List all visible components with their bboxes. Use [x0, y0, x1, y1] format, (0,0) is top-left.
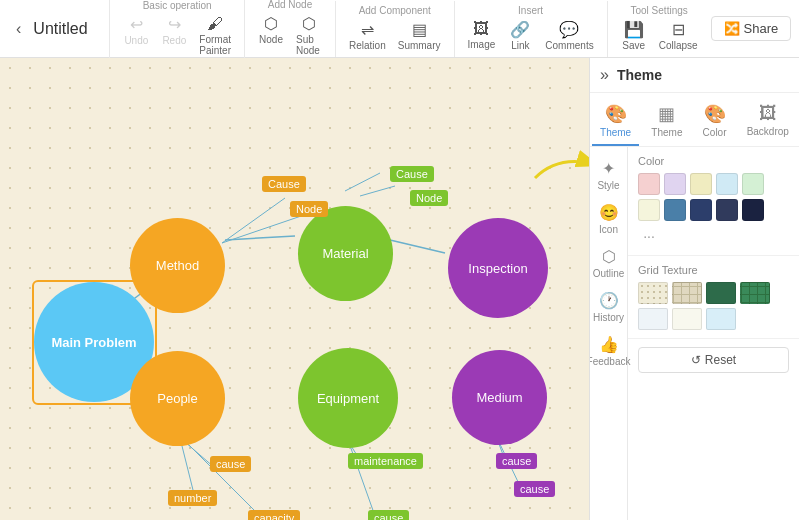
icon-button[interactable]: 😊 Icon — [590, 199, 627, 239]
people-node[interactable]: People — [130, 351, 225, 446]
texture-6[interactable] — [672, 308, 702, 330]
cause1-label[interactable]: Cause — [262, 176, 306, 192]
group-label-insert: Insert — [518, 5, 543, 16]
theme-tab-icon: ▦ — [658, 103, 675, 125]
comments-button[interactable]: 💬 Comments — [540, 18, 598, 53]
cause6-label[interactable]: cause — [514, 481, 555, 497]
color-swatch-3[interactable] — [690, 173, 712, 195]
svg-line-12 — [348, 440, 375, 516]
tab-backdrop[interactable]: 🖼 Backdrop — [739, 99, 797, 146]
texture-1[interactable] — [638, 282, 668, 304]
style-button[interactable]: ✦ Style — [590, 155, 627, 195]
tab-color[interactable]: 🎨 Color — [695, 99, 735, 146]
redo-button[interactable]: ↪ Redo — [156, 13, 192, 58]
svg-line-7 — [360, 186, 395, 196]
share-label: Share — [744, 21, 779, 36]
outline-label: Outline — [593, 268, 625, 279]
medium-label: Medium — [476, 390, 522, 405]
color-swatch-9[interactable] — [716, 199, 738, 221]
image-button[interactable]: 🖼 Image — [463, 18, 501, 53]
sidebar-inner: ✦ Style 😊 Icon ⬡ Outline 🕐 History 👍 — [590, 147, 799, 520]
relation-icon: ⇌ — [361, 20, 374, 39]
toolbar-group-insert: Insert 🖼 Image 🔗 Link 💬 Comments — [454, 1, 607, 57]
reset-label: Reset — [705, 353, 736, 367]
insert-buttons: 🖼 Image 🔗 Link 💬 Comments — [463, 18, 599, 53]
tab-theme[interactable]: ▦ Theme — [643, 99, 690, 146]
link-icon: 🔗 — [510, 20, 530, 39]
number-label[interactable]: number — [168, 490, 217, 506]
theme-arrow — [530, 148, 589, 188]
toolbar: ‹ Untitled Basic operation ↩ Undo ↪ Redo… — [0, 0, 799, 58]
color-more-button[interactable]: ··· — [638, 225, 660, 247]
icon-icon: 😊 — [599, 203, 619, 222]
share-button[interactable]: 🔀 Share — [711, 16, 792, 41]
canvas[interactable]: Main Problem Method Material Inspection … — [0, 58, 589, 520]
redo-icon: ↪ — [168, 15, 181, 34]
color-swatch-8[interactable] — [690, 199, 712, 221]
texture-5[interactable] — [638, 308, 668, 330]
cause3-label[interactable]: cause — [210, 456, 251, 472]
back-button[interactable]: ‹ — [8, 20, 29, 38]
capacity-label[interactable]: capacity — [248, 510, 300, 520]
color-swatch-5[interactable] — [742, 173, 764, 195]
relation-button[interactable]: ⇌ Relation — [344, 18, 391, 53]
people-label: People — [157, 391, 197, 406]
toolbar-group-add-node: Add Node ⬡ Node ⬡ Sub Node — [244, 0, 335, 62]
node-button[interactable]: ⬡ Node — [253, 12, 289, 58]
material-node[interactable]: Material — [298, 206, 393, 301]
color-swatch-2[interactable] — [664, 173, 686, 195]
method-node[interactable]: Method — [130, 218, 225, 313]
color-tab-icon: 🎨 — [704, 103, 726, 125]
format-painter-button[interactable]: 🖌 Format Painter — [194, 13, 236, 58]
maintenance-label[interactable]: maintenance — [348, 453, 423, 469]
svg-line-9 — [180, 438, 195, 498]
inspection-label: Inspection — [468, 261, 527, 276]
summary-button[interactable]: ▤ Summary — [393, 18, 446, 53]
toolbar-group-tool-settings: Tool Settings 💾 Save ⊟ Collapse — [607, 1, 711, 57]
color-swatch-4[interactable] — [716, 173, 738, 195]
node-icon: ⬡ — [264, 14, 278, 33]
style-icon: ✦ — [602, 159, 615, 178]
equipment-node[interactable]: Equipment — [298, 348, 398, 448]
undo-button[interactable]: ↩ Undo — [118, 13, 154, 58]
material-label: Material — [322, 246, 368, 261]
collapse-icon: ⊟ — [672, 20, 685, 39]
node2-label[interactable]: Node — [410, 190, 448, 206]
style-label: Style — [597, 180, 619, 191]
color-swatch-1[interactable] — [638, 173, 660, 195]
cause4-label[interactable]: cause — [368, 510, 409, 520]
cause5-label[interactable]: cause — [496, 453, 537, 469]
main-problem-label: Main Problem — [51, 335, 136, 350]
texture-3[interactable] — [706, 282, 736, 304]
summary-icon: ▤ — [412, 20, 427, 39]
collapse-button[interactable]: ⊟ Collapse — [654, 18, 703, 53]
equipment-label: Equipment — [317, 391, 379, 406]
color-section-title: Color — [638, 155, 789, 167]
medium-node[interactable]: Medium — [452, 350, 547, 445]
svg-line-2 — [222, 198, 285, 243]
color-swatch-7[interactable] — [664, 199, 686, 221]
color-section: Color ··· — [628, 147, 799, 256]
texture-7[interactable] — [706, 308, 736, 330]
texture-grid — [638, 282, 789, 330]
cause2-label[interactable]: Cause — [390, 166, 434, 182]
save-button[interactable]: 💾 Save — [616, 18, 652, 53]
color-swatch-10[interactable] — [742, 199, 764, 221]
group-label-add-node: Add Node — [268, 0, 312, 10]
header-right-actions: 🔀 Share 📤 Export — [711, 16, 799, 41]
feedback-button[interactable]: 👍 Feedback — [590, 331, 627, 371]
history-button[interactable]: 🕐 History — [590, 287, 627, 327]
texture-2[interactable] — [672, 282, 702, 304]
sub-node-button[interactable]: ⬡ Sub Node — [291, 12, 327, 58]
add-node-buttons: ⬡ Node ⬡ Sub Node — [253, 12, 327, 58]
node1-label[interactable]: Node — [290, 201, 328, 217]
reset-button[interactable]: ↺ Reset — [638, 347, 789, 373]
color-swatch-6[interactable] — [638, 199, 660, 221]
inspection-node[interactable]: Inspection — [448, 218, 548, 318]
texture-4[interactable] — [740, 282, 770, 304]
sidebar-collapse-button[interactable]: » — [600, 66, 609, 84]
outline-button[interactable]: ⬡ Outline — [590, 243, 627, 283]
link-button[interactable]: 🔗 Link — [502, 18, 538, 53]
tab-theme-icon[interactable]: 🎨 Theme — [592, 99, 639, 146]
group-label-tool-settings: Tool Settings — [631, 5, 688, 16]
